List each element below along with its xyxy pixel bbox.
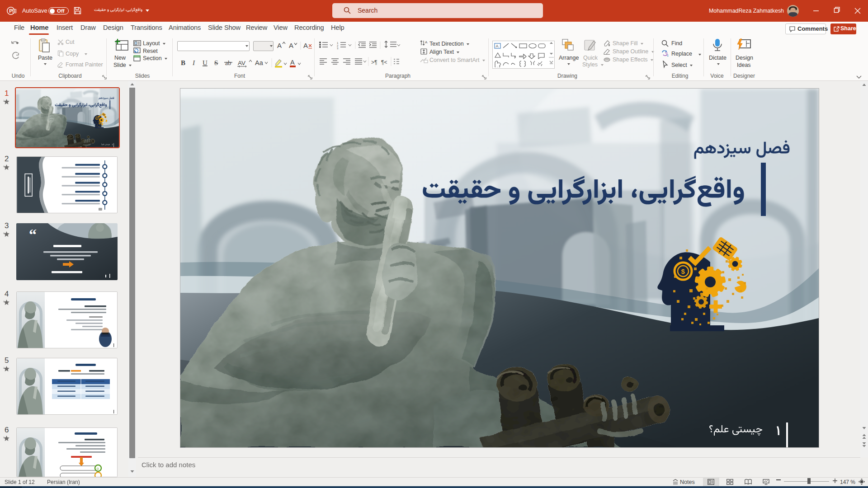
svg-text:A: A	[290, 59, 295, 66]
svg-text:A: A	[303, 42, 308, 49]
svg-text:A: A	[277, 42, 282, 49]
svg-text:0: 0	[97, 467, 99, 471]
svg-text:ab: ab	[225, 60, 231, 66]
svg-text:c: c	[667, 53, 669, 57]
svg-text:Aa: Aa	[255, 59, 264, 66]
svg-text:“: “	[29, 226, 37, 243]
svg-text:$: $	[681, 267, 685, 275]
svg-text:I: I	[192, 59, 195, 66]
svg-text:3: 3	[337, 47, 339, 50]
svg-text:S: S	[214, 59, 218, 66]
svg-text:B: B	[181, 59, 185, 66]
svg-text:P: P	[9, 8, 13, 14]
svg-text:A: A	[496, 44, 499, 48]
svg-text:A: A	[289, 42, 293, 49]
svg-text:A: A	[425, 40, 428, 44]
svg-text:>¶: >¶	[371, 59, 377, 66]
svg-text:U: U	[203, 59, 208, 66]
svg-text:¶<: ¶<	[381, 59, 387, 66]
svg-text:AV: AV	[238, 60, 245, 66]
